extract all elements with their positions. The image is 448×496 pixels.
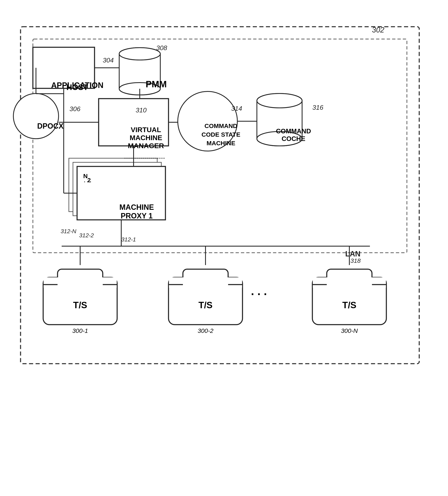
host-application-label2: APPLICATION: [47, 77, 108, 94]
cmd-cache-label: COMMAND COCHE: [273, 127, 314, 143]
label-304: 304: [103, 57, 114, 64]
lan-label: LAN: [345, 250, 360, 258]
host-application-label: HOST: [47, 67, 108, 108]
label-318: 318: [350, 257, 361, 264]
label-316: 316: [312, 104, 323, 111]
dpocx-label: DPOCX: [30, 122, 71, 130]
diagram-container: 302 304 308 306 310 314 316 HOST APPLICA…: [12, 12, 436, 485]
label-312n: 312-N: [61, 228, 76, 235]
label-308: 308: [156, 44, 167, 52]
proxy-dots: · · ·: [84, 179, 91, 185]
label-312-1: 312-1: [121, 236, 136, 243]
label-312-2: 312-2: [79, 232, 94, 239]
label-302: 302: [372, 26, 384, 34]
ccsm-label: COMMAND CODE STATE MACHINE: [193, 117, 249, 152]
machine-proxy-label: MACHINE PROXY 1: [93, 189, 180, 234]
label-310: 310: [136, 107, 147, 114]
proxy-n-label: N: [83, 173, 88, 180]
pmm-label: PMM: [136, 79, 177, 89]
vmm-label: VIRTUAL MACHINE MANAGER: [111, 115, 181, 160]
label-314: 314: [231, 105, 242, 112]
label-306: 306: [69, 105, 80, 113]
